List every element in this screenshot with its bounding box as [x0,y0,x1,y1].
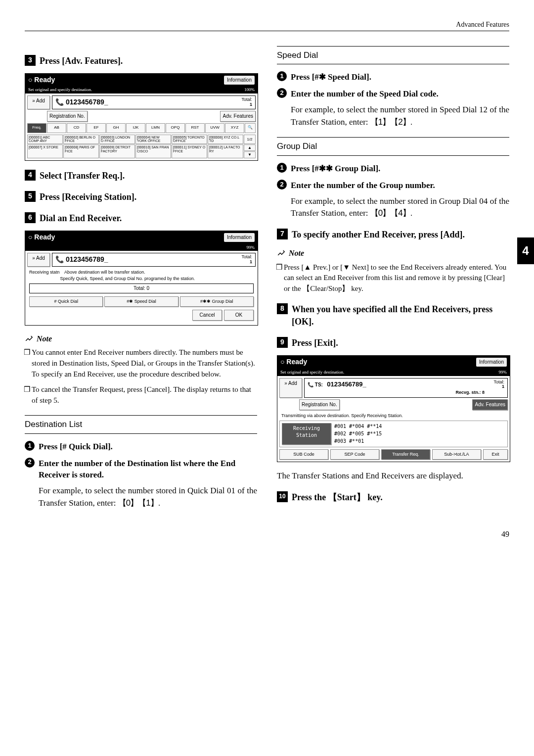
step-badge: 3 [25,55,36,66]
substep-badge: 2 [277,180,287,189]
receiving-station-button[interactable]: Receiving Station [282,423,331,445]
scroll-down-icon[interactable]: ▼ [244,151,256,158]
dest-entry[interactable]: [000008] PARIS OF FICE [63,144,99,158]
step-9: 9 Press [Exit]. [277,337,509,349]
divider [25,433,257,434]
divider [277,64,509,64]
step-7: 7 To specify another End Receiver, press… [277,229,509,241]
step-5: 5 Press [Receiving Station]. [25,191,257,203]
scroll-up-icon[interactable]: ▲ [244,144,256,151]
substep-badge: 1 [277,163,287,173]
info-button[interactable]: Information [224,76,255,85]
total-display: Total: 0 [29,284,254,293]
substep-2: 2 Enter the number of the Group number. [277,180,509,191]
tab-freq[interactable]: Freq. [27,123,46,133]
registration-button[interactable]: Registration No. [47,111,88,122]
exit-button[interactable]: Exit [483,449,508,460]
substep-2: 2 Enter the number of the Destination li… [25,458,257,481]
dest-entry[interactable]: [000003] LONDON O FFICE [99,135,135,144]
tab-xyz[interactable]: XYZ [225,123,244,133]
note-item: To cancel the Transfer Request, press [C… [32,384,257,406]
substep-2: 2 Enter the number of the Speed Dial cod… [277,88,509,100]
info-button[interactable]: Information [224,233,255,242]
substep-badge: 2 [277,88,287,98]
tab-opq[interactable]: OPQ [166,123,185,133]
dest-entry[interactable]: [000006] XYZ CO.L TD [208,135,243,144]
quick-dial-button[interactable]: # Quick Dial [29,296,103,307]
divider [25,415,257,416]
left-column: 3 Press [Adv. Features]. ○ Ready Informa… [25,46,257,515]
step-6: 6 Dial an End Receiver. [25,212,257,225]
tab-ef[interactable]: EF [87,123,106,133]
substep-badge: 2 [25,458,35,468]
note-item: Press [▲ Prev.] or [▼ Next] to see the E… [284,262,509,294]
add-button[interactable]: » Add [279,378,302,398]
transfer-req-button[interactable]: Transfer Req. [381,449,430,460]
tab-cd[interactable]: CD [67,123,86,133]
divider [277,46,509,47]
note-list: Press [▲ Prev.] or [▼ Next] to see the E… [277,262,509,294]
tab-ijk[interactable]: IJK [126,123,145,133]
sub-code-button[interactable]: SUB Code [279,449,328,460]
add-button[interactable]: » Add [27,253,50,267]
dest-entry[interactable]: [000010] SAN FRAN CISCO [135,144,171,158]
step-badge: 4 [25,170,36,181]
substep-1: 1 Press [#✱ Speed Dial]. [277,71,509,83]
note-list: You cannot enter End Receiver numbers di… [25,347,257,406]
step-badge: 6 [25,212,36,223]
adv-features-button[interactable]: Adv. Features [220,111,256,122]
number-field[interactable]: 📞 0123456789_ Total:1 [52,253,256,267]
note-icon [25,334,34,343]
dest-entry[interactable]: [000007] X STORE [27,144,63,158]
speed-dial-heading: Speed Dial [277,49,509,61]
dest-entry[interactable]: [000011] SYDNEY O FFICE [172,144,207,158]
substep-1: 1 Press [#✱✱ Group Dial]. [277,163,509,175]
status-line: Transmitting via above destination. Spec… [279,412,508,420]
header-rule [25,31,509,31]
screenshot-ready-3: ○ Ready Information Set original and spe… [277,355,510,462]
substep-badge: 1 [277,71,287,81]
group-dial-heading: Group Dial [277,141,509,152]
sep-code-button[interactable]: SEP Code [330,449,379,460]
note-icon [277,249,286,258]
note-heading: Note [25,333,257,344]
step-4: 4 Select [Transfer Req.]. [25,170,257,182]
tab-rst[interactable]: RST [185,123,205,133]
dest-entry[interactable]: [000012] LA FACTO RY [208,144,243,158]
dest-entry[interactable]: [000002] BERLIN O FFICE [63,135,99,144]
step-badge: 9 [277,337,288,348]
dest-entry[interactable]: [000001] ABC COMP ANY [27,135,63,144]
number-field[interactable]: 📞 0123456789_ Total:1 [52,95,256,109]
info-button[interactable]: Information [476,358,507,367]
speed-dial-button[interactable]: #✱ Speed Dial [104,296,178,307]
dest-entry[interactable]: [000009] DETROIT FACTORY [99,144,135,158]
group-dial-button[interactable]: #✱✱ Group Dial [180,296,254,307]
right-column: Speed Dial 1 Press [#✱ Speed Dial]. 2 En… [277,46,509,515]
page-indicator: 1/2 [244,135,256,144]
adv-features-button[interactable]: Adv. Features [472,399,508,410]
dest-entry[interactable]: [000004] NEW YORK OFFICE [135,135,171,144]
subtotal-button[interactable]: Sub->tot./LA [432,449,481,460]
screenshot-ready-2: ○ Ready Information 99% » Add 📞 01234567… [25,231,258,326]
note-item: You cannot enter End Receiver numbers di… [32,347,257,379]
screenshot-ready-1: ○ Ready Information Set original and spe… [25,73,258,161]
tab-ab[interactable]: AB [47,123,66,133]
dest-entry[interactable]: [000005] TORONTO OFFICE [172,135,207,144]
divider [277,155,509,156]
tab-uvw[interactable]: UVW [205,123,224,133]
add-button[interactable]: » Add [27,95,50,109]
ok-button[interactable]: OK [224,310,254,321]
list-col: #**14#**15 [367,423,382,445]
registration-button[interactable]: Registration No. [299,399,340,410]
tab-gh[interactable]: GH [106,123,126,133]
tab-lmn[interactable]: LMN [146,123,165,133]
note-heading: Note [277,248,509,259]
page-number: 49 [25,529,509,540]
number-field[interactable]: 📞 TS: 0123456789_ Total:1 Recvg. stn.: 8 [304,378,508,398]
cancel-button[interactable]: Cancel [192,310,222,321]
body-text: For example, to select the number stored… [291,195,509,220]
substep-badge: 1 [25,441,35,451]
header-category: Advanced Features [25,20,509,30]
magnify-icon[interactable]: 🔍 [245,123,256,133]
divider [277,137,509,138]
